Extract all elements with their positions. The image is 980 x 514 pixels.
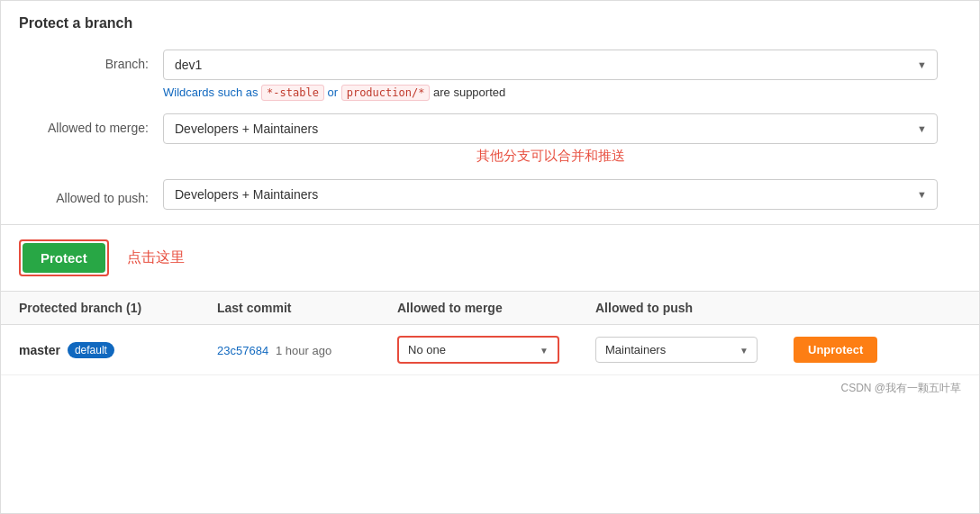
- push-select-cell: Maintainers: [595, 337, 794, 363]
- commit-time: 1 hour ago: [276, 344, 331, 357]
- table-row: master default 23c57684 1 hour ago No on…: [1, 325, 979, 375]
- wildcard-suffix: are supported: [430, 86, 505, 99]
- wildcard-code2: production/*: [341, 85, 431, 101]
- col-merge-header: Allowed to merge: [397, 301, 595, 315]
- unprotect-cell: Unprotect: [794, 337, 961, 363]
- protect-button-wrapper: Protect: [19, 239, 109, 276]
- wildcard-or: or: [324, 86, 341, 99]
- allowed-to-merge-label: Allowed to merge:: [19, 113, 163, 135]
- push-row-select[interactable]: Maintainers: [595, 337, 758, 363]
- col-branch-header: Protected branch (1): [19, 301, 217, 315]
- wildcard-code1: *-stable: [261, 85, 324, 101]
- branch-select[interactable]: dev1: [163, 50, 938, 80]
- protect-button-row: Protect 点击这里: [1, 225, 979, 292]
- watermark: CSDN @我有一颗五叶草: [1, 375, 979, 401]
- merge-row-select[interactable]: No one: [399, 338, 558, 362]
- table-header: Protected branch (1) Last commit Allowed…: [1, 292, 979, 325]
- wildcard-hint: Wildcards such as *-stable or production…: [163, 86, 938, 99]
- default-badge: default: [68, 342, 114, 358]
- col-actions-header: [794, 301, 961, 315]
- wildcard-prefix: Wildcards such as: [163, 86, 261, 99]
- branch-cell: master default: [19, 342, 217, 358]
- branch-label: Branch:: [19, 50, 163, 71]
- col-push-header: Allowed to push: [595, 301, 794, 315]
- allowed-to-merge-select[interactable]: Developers + Maintainers: [163, 113, 938, 144]
- col-commit-header: Last commit: [217, 301, 397, 315]
- branch-name-text: master: [19, 343, 60, 357]
- merge-push-annotation: 其他分支可以合并和推送: [163, 148, 938, 165]
- unprotect-button[interactable]: Unprotect: [794, 337, 877, 363]
- maintainers-select-wrapper: Maintainers: [595, 337, 758, 363]
- page-title: Protect a branch: [19, 15, 961, 32]
- commit-cell: 23c57684 1 hour ago: [217, 343, 397, 357]
- allowed-to-push-label: Allowed to push:: [19, 184, 163, 205]
- protect-button[interactable]: Protect: [23, 243, 105, 273]
- protected-branches-table: Protected branch (1) Last commit Allowed…: [1, 292, 979, 401]
- allowed-to-push-select[interactable]: Developers + Maintainers: [163, 179, 938, 210]
- commit-hash-link[interactable]: 23c57684: [217, 344, 268, 357]
- click-hint: 点击这里: [127, 248, 185, 267]
- no-one-select-wrapper: No one: [397, 336, 559, 364]
- merge-select-cell: No one: [397, 336, 595, 364]
